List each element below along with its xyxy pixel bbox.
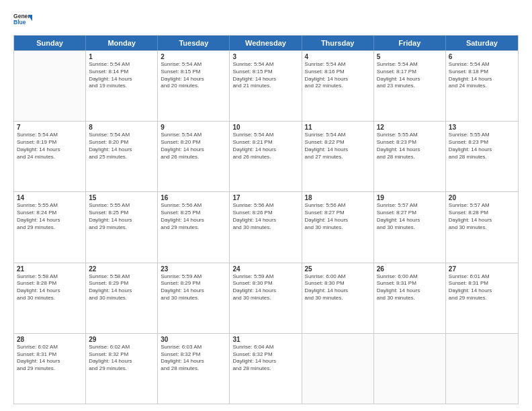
sunrise-text: Sunrise: 5:57 AM bbox=[377, 202, 443, 210]
sunset-text: Sunset: 8:27 PM bbox=[377, 210, 443, 217]
daylight-minutes: and 30 minutes. bbox=[232, 224, 298, 232]
sunrise-text: Sunrise: 5:55 AM bbox=[377, 132, 443, 139]
calendar-cell-24: 24Sunrise: 5:59 AMSunset: 8:30 PMDayligh… bbox=[230, 263, 302, 333]
day-number: 10 bbox=[232, 124, 298, 131]
daylight-hours: Daylight: 14 hours bbox=[232, 287, 298, 295]
daylight-hours: Daylight: 14 hours bbox=[449, 76, 515, 83]
calendar-cell-2: 2Sunrise: 5:54 AMSunset: 8:15 PMDaylight… bbox=[158, 51, 230, 121]
sunset-text: Sunset: 8:28 PM bbox=[17, 280, 83, 287]
calendar-cell-11: 11Sunrise: 5:54 AMSunset: 8:22 PMDayligh… bbox=[302, 122, 374, 191]
sunrise-text: Sunrise: 5:54 AM bbox=[161, 132, 226, 139]
calendar-cell-empty bbox=[374, 334, 446, 404]
calendar-cell-3: 3Sunrise: 5:54 AMSunset: 8:15 PMDaylight… bbox=[230, 51, 302, 121]
sunrise-text: Sunrise: 5:59 AM bbox=[161, 273, 226, 281]
calendar-cell-13: 13Sunrise: 5:55 AMSunset: 8:23 PMDayligh… bbox=[446, 122, 518, 191]
day-number: 24 bbox=[232, 265, 298, 273]
daylight-minutes: and 30 minutes. bbox=[305, 224, 371, 232]
sunset-text: Sunset: 8:25 PM bbox=[161, 210, 226, 217]
daylight-minutes: and 20 minutes. bbox=[161, 83, 226, 90]
daylight-hours: Daylight: 14 hours bbox=[377, 146, 443, 154]
sunset-text: Sunset: 8:19 PM bbox=[17, 139, 83, 146]
sunrise-text: Sunrise: 6:03 AM bbox=[161, 344, 226, 351]
sunrise-text: Sunrise: 5:55 AM bbox=[89, 202, 154, 210]
day-number: 4 bbox=[305, 53, 371, 60]
calendar-cell-14: 14Sunrise: 5:55 AMSunset: 8:24 PMDayligh… bbox=[14, 192, 86, 262]
sunset-text: Sunset: 8:31 PM bbox=[17, 351, 83, 359]
sunrise-text: Sunrise: 5:54 AM bbox=[89, 61, 154, 68]
sunrise-text: Sunrise: 5:58 AM bbox=[17, 273, 83, 281]
daylight-minutes: and 25 minutes. bbox=[89, 154, 154, 161]
daylight-minutes: and 26 minutes. bbox=[161, 154, 226, 161]
calendar-cell-26: 26Sunrise: 6:00 AMSunset: 8:31 PMDayligh… bbox=[374, 263, 446, 333]
daylight-minutes: and 29 minutes. bbox=[17, 365, 83, 373]
calendar-row-3: 14Sunrise: 5:55 AMSunset: 8:24 PMDayligh… bbox=[14, 191, 518, 262]
daylight-hours: Daylight: 14 hours bbox=[161, 358, 226, 365]
day-number: 17 bbox=[232, 194, 298, 201]
sunrise-text: Sunrise: 5:56 AM bbox=[161, 202, 226, 210]
day-number: 15 bbox=[89, 194, 154, 201]
daylight-minutes: and 30 minutes. bbox=[232, 295, 298, 302]
sunset-text: Sunset: 8:30 PM bbox=[232, 280, 298, 287]
day-number: 3 bbox=[232, 53, 298, 60]
logo-icon: General Blue bbox=[13, 11, 32, 30]
sunrise-text: Sunrise: 5:55 AM bbox=[449, 132, 515, 139]
sunset-text: Sunset: 8:31 PM bbox=[377, 280, 443, 287]
sunset-text: Sunset: 8:22 PM bbox=[305, 139, 371, 146]
daylight-minutes: and 23 minutes. bbox=[377, 83, 443, 90]
page-header: General Blue bbox=[13, 11, 519, 30]
day-number: 13 bbox=[449, 124, 515, 131]
calendar-cell-16: 16Sunrise: 5:56 AMSunset: 8:25 PMDayligh… bbox=[158, 192, 230, 262]
sunset-text: Sunset: 8:26 PM bbox=[232, 210, 298, 217]
calendar-cell-empty bbox=[302, 334, 374, 404]
sunset-text: Sunset: 8:30 PM bbox=[305, 280, 371, 287]
calendar-row-5: 28Sunrise: 6:02 AMSunset: 8:31 PMDayligh… bbox=[14, 333, 518, 404]
daylight-minutes: and 26 minutes. bbox=[232, 154, 298, 161]
calendar-row-2: 7Sunrise: 5:54 AMSunset: 8:19 PMDaylight… bbox=[14, 121, 518, 191]
sunset-text: Sunset: 8:23 PM bbox=[449, 139, 515, 146]
day-number: 14 bbox=[17, 194, 83, 201]
day-number: 25 bbox=[305, 265, 371, 273]
daylight-minutes: and 21 minutes. bbox=[232, 83, 298, 90]
calendar-cell-12: 12Sunrise: 5:55 AMSunset: 8:23 PMDayligh… bbox=[374, 122, 446, 191]
header-day-saturday: Saturday bbox=[446, 36, 518, 50]
sunrise-text: Sunrise: 6:02 AM bbox=[17, 344, 83, 351]
sunset-text: Sunset: 8:29 PM bbox=[161, 280, 226, 287]
calendar-cell-30: 30Sunrise: 6:03 AMSunset: 8:32 PMDayligh… bbox=[158, 334, 230, 404]
daylight-hours: Daylight: 14 hours bbox=[89, 146, 154, 154]
sunset-text: Sunset: 8:24 PM bbox=[17, 210, 83, 217]
sunrise-text: Sunrise: 6:04 AM bbox=[232, 344, 298, 351]
calendar-cell-20: 20Sunrise: 5:57 AMSunset: 8:28 PMDayligh… bbox=[446, 192, 518, 262]
sunset-text: Sunset: 8:15 PM bbox=[161, 68, 226, 76]
sunset-text: Sunset: 8:27 PM bbox=[305, 210, 371, 217]
calendar-cell-empty bbox=[14, 51, 86, 121]
daylight-minutes: and 22 minutes. bbox=[305, 83, 371, 90]
header-day-wednesday: Wednesday bbox=[230, 36, 302, 50]
calendar-cell-4: 4Sunrise: 5:54 AMSunset: 8:16 PMDaylight… bbox=[302, 51, 374, 121]
sunset-text: Sunset: 8:18 PM bbox=[449, 68, 515, 76]
daylight-hours: Daylight: 14 hours bbox=[232, 76, 298, 83]
daylight-hours: Daylight: 14 hours bbox=[89, 76, 154, 83]
daylight-minutes: and 30 minutes. bbox=[305, 295, 371, 302]
sunrise-text: Sunrise: 5:57 AM bbox=[449, 202, 515, 210]
sunset-text: Sunset: 8:15 PM bbox=[232, 68, 298, 76]
daylight-hours: Daylight: 14 hours bbox=[89, 287, 154, 295]
sunset-text: Sunset: 8:14 PM bbox=[89, 68, 154, 76]
sunrise-text: Sunrise: 5:54 AM bbox=[232, 132, 298, 139]
daylight-minutes: and 30 minutes. bbox=[377, 295, 443, 302]
sunrise-text: Sunrise: 6:01 AM bbox=[449, 273, 515, 281]
day-number: 21 bbox=[17, 265, 83, 273]
calendar-cell-6: 6Sunrise: 5:54 AMSunset: 8:18 PMDaylight… bbox=[446, 51, 518, 121]
daylight-minutes: and 30 minutes. bbox=[161, 295, 226, 302]
calendar-cell-25: 25Sunrise: 6:00 AMSunset: 8:30 PMDayligh… bbox=[302, 263, 374, 333]
sunrise-text: Sunrise: 5:58 AM bbox=[89, 273, 154, 281]
sunrise-text: Sunrise: 5:54 AM bbox=[232, 61, 298, 68]
sunrise-text: Sunrise: 5:55 AM bbox=[17, 202, 83, 210]
daylight-hours: Daylight: 14 hours bbox=[232, 146, 298, 154]
sunrise-text: Sunrise: 6:00 AM bbox=[305, 273, 371, 281]
sunset-text: Sunset: 8:25 PM bbox=[89, 210, 154, 217]
daylight-minutes: and 28 minutes. bbox=[449, 154, 515, 161]
day-number: 16 bbox=[161, 194, 226, 201]
calendar-row-4: 21Sunrise: 5:58 AMSunset: 8:28 PMDayligh… bbox=[14, 263, 518, 333]
daylight-hours: Daylight: 14 hours bbox=[305, 217, 371, 224]
day-number: 29 bbox=[89, 336, 154, 343]
